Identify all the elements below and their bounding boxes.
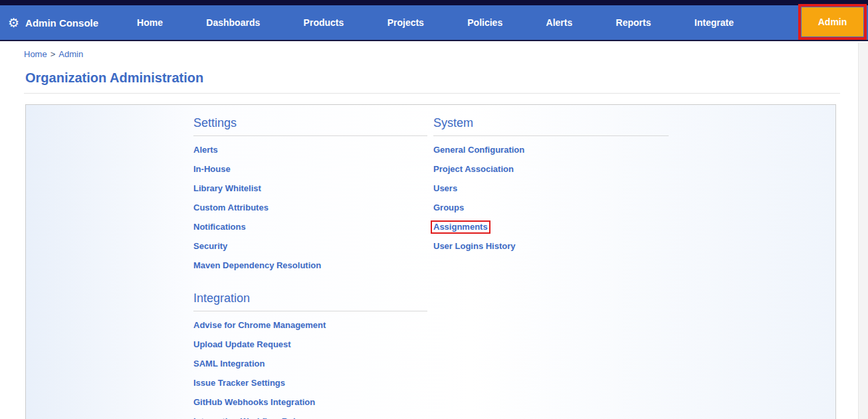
link-custom-attributes[interactable]: Custom Attributes [193, 203, 269, 212]
annotation-box-admin: Admin [798, 4, 867, 40]
list-item: Library Whitelist [193, 179, 427, 198]
nav-item-policies[interactable]: Policies [467, 17, 502, 28]
page-title: Organization Administration [25, 70, 868, 86]
nav-item-reports[interactable]: Reports [616, 17, 651, 28]
nav-items: Home Dashboards Products Projects Polici… [137, 17, 734, 28]
nav-item-projects[interactable]: Projects [387, 17, 424, 28]
breadcrumb-separator: > [51, 49, 56, 59]
section-system: System General Configuration Project Ass… [433, 116, 669, 256]
link-upload-update-request[interactable]: Upload Update Request [193, 339, 291, 349]
nav-item-products[interactable]: Products [304, 17, 344, 28]
section-link-list: General Configuration Project Associatio… [433, 140, 669, 256]
list-item: Groups [433, 198, 669, 217]
breadcrumb-item-home[interactable]: Home [24, 49, 47, 59]
title-divider [24, 93, 840, 94]
link-alerts[interactable]: Alerts [193, 145, 218, 155]
section-settings: Settings Alerts In-House Library Whiteli… [193, 116, 427, 275]
link-saml-integration[interactable]: SAML Integration [193, 359, 265, 369]
gear-icon: ⚙︎ [8, 17, 19, 29]
nav-item-admin[interactable]: Admin [802, 7, 863, 37]
section-integration: Integration Advise for Chrome Management… [193, 291, 427, 419]
list-item: General Configuration [433, 140, 669, 159]
list-item: Assignments [433, 217, 669, 236]
nav-item-home[interactable]: Home [137, 17, 163, 28]
list-item: SAML Integration [193, 354, 427, 373]
link-project-association[interactable]: Project Association [433, 164, 514, 174]
link-integration-workflow-rules[interactable]: Integration Workflow Rules [193, 416, 305, 419]
link-users[interactable]: Users [433, 183, 457, 193]
section-title-settings: Settings [193, 116, 427, 136]
list-item: Custom Attributes [193, 198, 427, 217]
list-item: In-House [193, 159, 427, 179]
section-link-list: Alerts In-House Library Whitelist Custom… [193, 140, 427, 275]
list-item: Upload Update Request [193, 335, 427, 354]
list-item: Maven Dependency Resolution [193, 256, 427, 275]
list-item: User Logins History [433, 236, 669, 256]
nav-item-integrate[interactable]: Integrate [695, 17, 734, 28]
main-navbar: ⚙︎ Admin Console Home Dashboards Product… [0, 5, 868, 41]
list-item: Alerts [193, 140, 427, 159]
breadcrumb: Home>Admin [24, 49, 868, 59]
panel-column-left: Settings Alerts In-House Library Whiteli… [193, 116, 427, 419]
nav-item-alerts[interactable]: Alerts [546, 17, 573, 28]
section-link-list: Advise for Chrome Management Upload Upda… [193, 315, 427, 419]
list-item: Issue Tracker Settings [193, 373, 427, 392]
section-title-system: System [433, 116, 669, 136]
link-advise-for-chrome-management[interactable]: Advise for Chrome Management [193, 320, 326, 330]
link-groups[interactable]: Groups [433, 203, 464, 212]
panel-column-right: System General Configuration Project Ass… [433, 116, 669, 419]
nav-item-dashboards[interactable]: Dashboards [206, 17, 260, 28]
link-in-house[interactable]: In-House [193, 164, 231, 174]
link-user-logins-history[interactable]: User Logins History [433, 241, 516, 251]
link-library-whitelist[interactable]: Library Whitelist [193, 183, 261, 193]
admin-panel: Settings Alerts In-House Library Whiteli… [25, 104, 836, 419]
list-item: Integration Workflow Rules [193, 412, 427, 419]
list-item: Users [433, 179, 669, 198]
list-item: Notifications [193, 217, 427, 236]
link-notifications[interactable]: Notifications [193, 222, 246, 232]
top-window-strip [0, 0, 868, 5]
link-security[interactable]: Security [193, 241, 227, 251]
list-item: GitHub Webhooks Integration [193, 392, 427, 412]
section-title-integration: Integration [193, 291, 427, 311]
list-item: Advise for Chrome Management [193, 315, 427, 335]
breadcrumb-item-admin[interactable]: Admin [58, 49, 83, 59]
brand-admin-console[interactable]: ⚙︎ Admin Console [8, 17, 98, 29]
link-general-configuration[interactable]: General Configuration [433, 145, 524, 155]
brand-label: Admin Console [25, 17, 98, 29]
list-item: Project Association [433, 159, 669, 179]
link-github-webhooks-integration[interactable]: GitHub Webhooks Integration [193, 397, 315, 407]
link-assignments[interactable]: Assignments [431, 220, 490, 234]
link-issue-tracker-settings[interactable]: Issue Tracker Settings [193, 378, 285, 388]
link-maven-dependency-resolution[interactable]: Maven Dependency Resolution [193, 260, 321, 270]
scrollbar-track[interactable] [858, 42, 868, 419]
list-item: Security [193, 236, 427, 256]
